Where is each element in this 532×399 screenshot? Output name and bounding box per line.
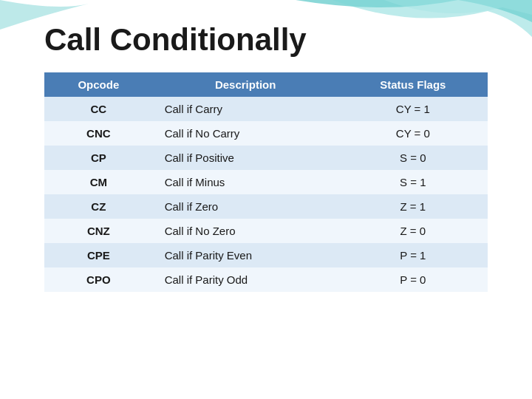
cell-flags: P = 1 [338,243,488,267]
cell-opcode: CM [44,170,153,194]
cell-opcode: CZ [44,194,153,219]
cell-opcode: CC [44,97,153,121]
table-row: CZCall if ZeroZ = 1 [44,194,488,219]
cell-flags: CY = 1 [338,97,488,121]
table-row: CNCCall if No CarryCY = 0 [44,121,488,146]
cell-description: Call if No Zero [153,219,338,243]
table-row: CCCall if CarryCY = 1 [44,97,488,121]
cell-opcode: CPE [44,243,153,267]
col-header-description: Description [153,72,338,97]
table-row: CMCall if MinusS = 1 [44,170,488,194]
cell-flags: Z = 1 [338,194,488,219]
cell-description: Call if Carry [153,97,338,121]
table-header-row: Opcode Description Status Flags [44,72,488,97]
table-row: CPECall if Parity EvenP = 1 [44,243,488,267]
cell-opcode: CP [44,146,153,170]
cell-description: Call if Zero [153,194,338,219]
cell-flags: P = 0 [338,267,488,292]
cell-description: Call if Positive [153,146,338,170]
cell-flags: S = 0 [338,146,488,170]
cell-opcode: CNC [44,121,153,146]
cell-description: Call if Parity Even [153,243,338,267]
table-row: CPCall if PositiveS = 0 [44,146,488,170]
cell-description: Call if Minus [153,170,338,194]
cell-description: Call if No Carry [153,121,338,146]
cell-description: Call if Parity Odd [153,267,338,292]
cell-opcode: CNZ [44,219,153,243]
col-header-flags: Status Flags [338,72,488,97]
table-row: CNZCall if No ZeroZ = 0 [44,219,488,243]
col-header-opcode: Opcode [44,72,153,97]
table-row: CPOCall if Parity OddP = 0 [44,267,488,292]
opcodes-table: Opcode Description Status Flags CCCall i… [44,72,488,292]
page-title: Call Conditionally [44,22,488,58]
cell-opcode: CPO [44,267,153,292]
cell-flags: Z = 0 [338,219,488,243]
cell-flags: CY = 0 [338,121,488,146]
cell-flags: S = 1 [338,170,488,194]
